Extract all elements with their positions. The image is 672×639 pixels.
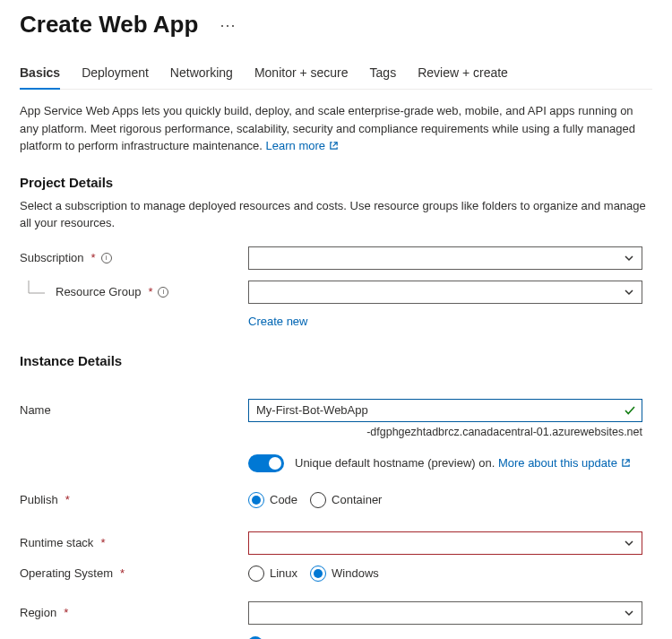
chevron-down-icon: [624, 608, 634, 618]
info-icon: i: [248, 636, 263, 640]
publish-code-radio[interactable]: Code: [248, 492, 297, 508]
name-label: Name: [20, 403, 51, 417]
region-dropdown[interactable]: [248, 601, 642, 625]
info-icon[interactable]: i: [158, 287, 168, 298]
external-link-icon: [621, 458, 631, 468]
hostname-suffix: -dfgphgezhtadbrcz.canadacentral-01.azure…: [248, 426, 642, 438]
tab-basics[interactable]: Basics: [20, 62, 60, 89]
required-indicator: *: [64, 606, 68, 619]
tab-monitor-secure[interactable]: Monitor + secure: [254, 62, 349, 89]
required-indicator: *: [91, 251, 96, 264]
runtime-stack-label: Runtime stack: [20, 536, 93, 549]
info-icon[interactable]: i: [101, 253, 112, 263]
tab-strip: Basics Deployment Networking Monitor + s…: [20, 62, 652, 90]
os-label: Operating System: [20, 566, 113, 580]
subscription-dropdown[interactable]: [248, 246, 642, 270]
publish-container-radio[interactable]: Container: [310, 492, 382, 508]
os-windows-label: Windows: [332, 566, 379, 580]
instance-details-heading: Instance Details: [20, 353, 652, 368]
name-input[interactable]: [256, 403, 624, 417]
create-new-resource-group-link[interactable]: Create new: [248, 315, 307, 328]
tab-review-create[interactable]: Review + create: [418, 62, 508, 89]
tree-branch-icon: [20, 281, 48, 304]
publish-container-label: Container: [332, 493, 382, 506]
tab-deployment[interactable]: Deployment: [82, 62, 149, 89]
tab-tags[interactable]: Tags: [370, 62, 397, 89]
os-linux-radio[interactable]: Linux: [248, 566, 297, 582]
intro-text: App Service Web Apps lets you quickly bu…: [20, 102, 652, 155]
unique-hostname-toggle[interactable]: [248, 454, 284, 472]
runtime-stack-dropdown[interactable]: [248, 531, 642, 555]
subscription-label: Subscription: [20, 251, 84, 264]
page-title: Create Web App: [20, 11, 198, 39]
publish-label: Publish: [20, 493, 58, 506]
chevron-down-icon: [624, 253, 634, 263]
os-radio-group: Linux Windows: [248, 566, 642, 582]
resource-group-label: Resource Group: [56, 285, 141, 298]
more-about-update-link[interactable]: More about this update: [498, 456, 631, 470]
more-actions-button[interactable]: ⋯: [216, 13, 240, 37]
tab-networking[interactable]: Networking: [170, 62, 233, 89]
os-windows-radio[interactable]: Windows: [310, 566, 379, 582]
project-details-heading: Project Details: [20, 175, 652, 190]
toggle-knob: [269, 457, 281, 470]
publish-code-label: Code: [270, 493, 297, 506]
project-details-description: Select a subscription to manage deployed…: [20, 197, 652, 232]
required-indicator: *: [65, 493, 70, 506]
region-hint-text: Not finding your App Service Plan? Try a…: [270, 635, 642, 640]
name-input-wrapper[interactable]: [248, 399, 642, 422]
chevron-down-icon: [624, 287, 634, 298]
check-icon: [624, 404, 636, 417]
required-indicator: *: [100, 536, 105, 549]
required-indicator: *: [120, 566, 125, 580]
resource-group-dropdown[interactable]: [248, 281, 642, 304]
region-label: Region: [20, 606, 56, 619]
learn-more-link[interactable]: Learn more: [266, 139, 339, 152]
external-link-icon: [329, 141, 339, 151]
unique-hostname-label: Unique default hostname (preview) on. Mo…: [295, 456, 631, 470]
os-linux-label: Linux: [270, 566, 297, 580]
publish-radio-group: Code Container: [248, 492, 642, 508]
chevron-down-icon: [624, 538, 634, 548]
required-indicator: *: [148, 285, 152, 298]
